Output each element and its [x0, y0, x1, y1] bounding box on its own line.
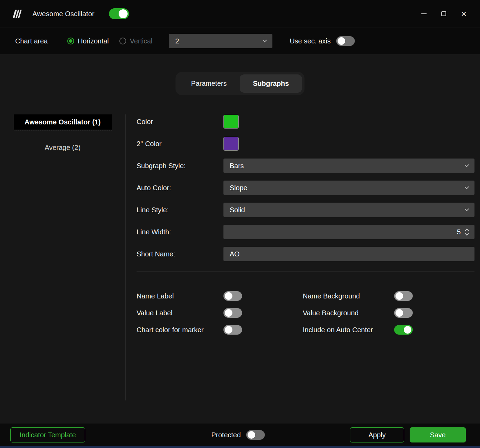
app-logo-icon — [12, 9, 24, 19]
chevron-down-icon — [262, 38, 267, 42]
toggle-column-left: Name Label Value Label Chart color for m… — [137, 291, 303, 342]
radio-checked-icon — [67, 38, 74, 44]
save-button[interactable]: Save — [410, 427, 466, 442]
short-name-input[interactable]: AO — [223, 247, 474, 261]
auto-color-row: Auto Color: Slope — [137, 181, 474, 195]
selected-item-dotted-underline — [14, 131, 112, 131]
radio-vertical-label: Vertical — [130, 37, 153, 45]
value-label-toggle[interactable] — [223, 308, 242, 318]
display-toggle-grid: Name Label Value Label Chart color for m… — [137, 291, 474, 342]
footer-bar: Indicator Template Protected Apply Save — [0, 424, 480, 446]
vertical-divider — [125, 114, 126, 400]
radio-horizontal-label: Horizontal — [78, 37, 109, 45]
indicator-enabled-toggle[interactable] — [109, 8, 129, 19]
name-label-label: Name Label — [137, 292, 223, 300]
chevron-down-icon — [464, 185, 469, 189]
tab-subgraphs[interactable]: Subgraphs — [240, 74, 302, 93]
stepper-down-icon — [465, 232, 469, 235]
indicator-template-button[interactable]: Indicator Template — [10, 427, 85, 442]
window-bottom-edge — [0, 446, 480, 448]
value-background-toggle[interactable] — [394, 308, 413, 318]
auto-color-label: Auto Color: — [137, 184, 223, 192]
value-background-label: Value Background — [303, 309, 394, 317]
name-background-row: Name Background — [303, 291, 413, 301]
subgraph-style-label: Subgraph Style: — [137, 162, 223, 170]
subgraph-style-select[interactable]: Bars — [223, 159, 474, 173]
radio-unchecked-icon — [119, 38, 126, 44]
name-label-row: Name Label — [137, 291, 303, 301]
name-background-label: Name Background — [303, 292, 394, 300]
window-controls: ✕ — [414, 5, 474, 22]
subgraph-style-row: Subgraph Style: Bars — [137, 159, 474, 173]
line-width-label: Line Width: — [137, 228, 223, 236]
short-name-value: AO — [230, 250, 240, 258]
value-label-row: Value Label — [137, 308, 303, 318]
subgraph-item-awesome-oscillator[interactable]: Awesome Oscillator (1) — [14, 114, 112, 130]
short-name-row: Short Name: AO — [137, 247, 474, 261]
protected-toggle[interactable] — [246, 430, 265, 440]
chart-color-marker-label: Chart color for marker — [137, 326, 223, 334]
chart-area-select-value: 2 — [175, 37, 179, 45]
line-style-label: Line Style: — [137, 206, 223, 214]
radio-horizontal[interactable]: Horizontal — [67, 37, 109, 45]
include-auto-center-row: Include on Auto Center — [303, 325, 413, 335]
value-background-row: Value Background — [303, 308, 413, 318]
maximize-icon — [441, 11, 446, 16]
line-style-value: Solid — [230, 206, 245, 214]
orientation-radio-group: Horizontal Vertical — [67, 37, 153, 45]
secondary-color-label: 2° Color — [137, 140, 223, 148]
chevron-down-icon — [464, 207, 469, 211]
subgraph-item-average[interactable]: Average (2) — [14, 140, 112, 155]
main-content: Parameters Subgraphs Awesome Oscillator … — [0, 54, 480, 424]
line-width-row: Line Width: 5 — [137, 225, 474, 239]
chart-color-marker-row: Chart color for marker — [137, 325, 303, 335]
line-width-value: 5 — [457, 228, 461, 236]
name-background-toggle[interactable] — [394, 291, 413, 301]
title-bar: Awesome Oscillator ✕ — [0, 0, 480, 28]
subgraph-settings-form: Color 2° Color Subgraph Style: Bars Auto… — [137, 114, 474, 342]
chart-area-label: Chart area — [15, 37, 48, 45]
protected-label: Protected — [211, 431, 241, 439]
minimize-button[interactable] — [414, 5, 434, 22]
chart-color-marker-toggle[interactable] — [223, 325, 242, 335]
apply-button[interactable]: Apply — [350, 427, 404, 442]
auto-color-value: Slope — [230, 184, 247, 192]
stepper-arrows-icon[interactable] — [466, 229, 468, 235]
chart-area-select[interactable]: 2 — [169, 34, 272, 48]
tab-bar: Parameters Subgraphs — [176, 72, 304, 95]
maximize-button[interactable] — [434, 5, 454, 22]
value-label-label: Value Label — [137, 309, 223, 317]
close-icon: ✕ — [461, 10, 467, 18]
color-swatch[interactable] — [223, 115, 239, 129]
radio-vertical[interactable]: Vertical — [119, 37, 153, 45]
sec-axis-toggle[interactable] — [336, 36, 355, 46]
chevron-down-icon — [464, 163, 469, 167]
subgraph-list: Awesome Oscillator (1) Average (2) — [0, 114, 125, 155]
include-auto-center-label: Include on Auto Center — [303, 326, 394, 334]
sec-axis-label: Use sec. axis — [290, 37, 331, 45]
line-width-stepper[interactable]: 5 — [223, 225, 474, 239]
tab-parameters[interactable]: Parameters — [178, 74, 240, 93]
horizontal-divider — [137, 272, 474, 272]
short-name-label: Short Name: — [137, 250, 223, 258]
color-row: Color — [137, 114, 474, 129]
secondary-color-row: 2° Color — [137, 136, 474, 151]
auto-color-select[interactable]: Slope — [223, 181, 474, 195]
secondary-color-swatch[interactable] — [223, 137, 239, 151]
minimize-icon — [421, 13, 427, 14]
color-label: Color — [137, 118, 223, 126]
toggle-column-right: Name Background Value Background Include… — [303, 291, 413, 342]
include-auto-center-toggle[interactable] — [394, 325, 413, 335]
name-label-toggle[interactable] — [223, 291, 242, 301]
line-style-select[interactable]: Solid — [223, 203, 474, 217]
window-title: Awesome Oscillator — [32, 10, 94, 18]
line-style-row: Line Style: Solid — [137, 203, 474, 217]
subgraph-style-value: Bars — [230, 162, 244, 170]
close-button[interactable]: ✕ — [454, 5, 474, 22]
chart-area-bar: Chart area Horizontal Vertical 2 Use sec… — [0, 28, 480, 54]
